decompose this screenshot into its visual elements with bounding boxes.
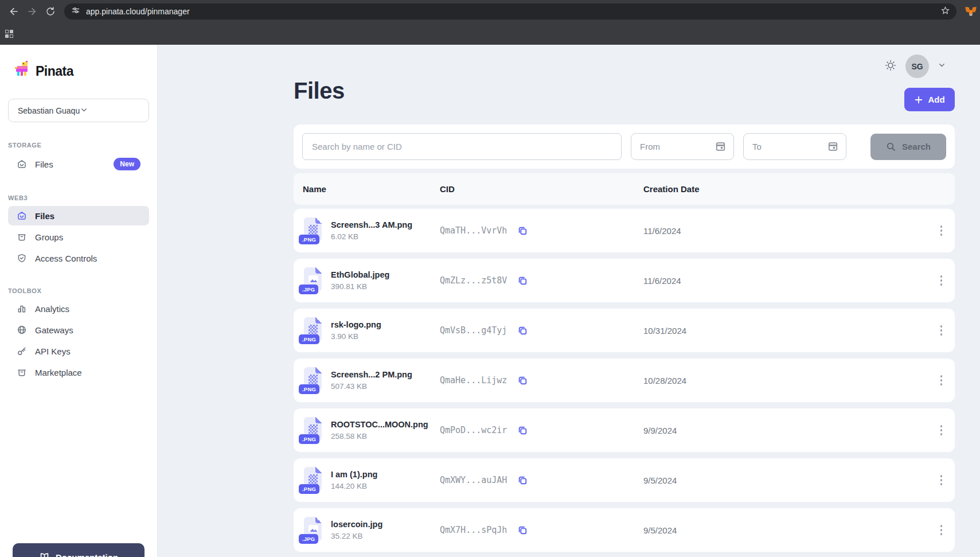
address-bar[interactable]: app.pinata.cloud/pinmanager (64, 3, 956, 20)
cid-value: QmVsB...g4Tyj (440, 325, 507, 336)
jpg-file-icon: .JPG (303, 267, 323, 294)
browser-second-strip (0, 23, 980, 45)
creation-date: 10/31/2024 (643, 326, 925, 336)
date-to-input[interactable]: To (743, 133, 846, 160)
search-input[interactable] (302, 133, 622, 160)
page-title: Files (294, 78, 345, 104)
calendar-icon (827, 141, 838, 152)
copy-cid-icon[interactable] (517, 525, 528, 536)
table-row[interactable]: .JPG losercoin.jpg 35.22 KB QmX7H...sPqJ… (294, 508, 955, 552)
jpg-file-icon: .JPG (303, 517, 323, 544)
column-header-cid: CID (440, 184, 643, 194)
png-file-icon: .PNG (303, 417, 323, 444)
site-settings-icon[interactable] (71, 6, 80, 17)
groups-icon (17, 232, 27, 242)
copy-cid-icon[interactable] (517, 425, 528, 436)
table-header: Name CID Creation Date (294, 173, 955, 205)
sidebar-item-api-keys[interactable]: API Keys (8, 341, 149, 361)
sidebar-item-gateways[interactable]: Gateways (8, 320, 149, 340)
browser-toolbar: app.pinata.cloud/pinmanager (0, 0, 980, 23)
cid-value: QmaTH...VvrVh (440, 225, 507, 236)
app-shell: Pinata Sebastian Guaqueta's Work... STOR… (0, 45, 980, 557)
sidebar-item-analytics[interactable]: Analytics (8, 299, 149, 318)
files-icon (17, 211, 27, 221)
table-row[interactable]: .PNG rsk-logo.png 3.90 KB QmVsB...g4Tyj (294, 309, 955, 352)
row-menu-kebab-icon[interactable] (937, 272, 946, 289)
sidebar-item-label: API Keys (35, 346, 71, 356)
workspace-name: Sebastian Guaqueta's Work... (18, 106, 80, 115)
row-menu-kebab-icon[interactable] (937, 422, 946, 439)
file-name: ROOTSTOC...MOON.png (331, 420, 428, 429)
sidebar-item-groups[interactable]: Groups (8, 227, 149, 247)
table-row[interactable]: .PNG Screensh...3 AM.png 6.02 KB QmaTH..… (294, 209, 955, 252)
main-area: SG Files Add From (158, 45, 980, 557)
plus-icon (914, 95, 923, 104)
file-name: Screensh...2 PM.png (331, 370, 412, 379)
workspace-selector[interactable]: Sebastian Guaqueta's Work... (8, 99, 149, 122)
table-row[interactable]: .PNG ROOTSTOC...MOON.png 258.58 KB QmPoD… (294, 408, 955, 452)
brand-name: Pinata (36, 64, 73, 79)
metamask-extension-icon[interactable] (965, 6, 977, 18)
png-file-icon: .PNG (303, 367, 323, 394)
search-button[interactable]: Search (870, 134, 946, 160)
section-label-storage: STORAGE (8, 142, 149, 149)
copy-cid-icon[interactable] (517, 475, 528, 486)
row-menu-kebab-icon[interactable] (937, 322, 946, 339)
cid-value: QmXWY...auJAH (440, 475, 507, 485)
bar-chart-icon (17, 303, 27, 314)
row-menu-kebab-icon[interactable] (937, 521, 946, 539)
section-label-web3: WEB3 (8, 194, 149, 201)
sidebar-item-label: Marketplace (35, 368, 82, 377)
copy-cid-icon[interactable] (517, 275, 528, 286)
forward-icon[interactable] (23, 2, 41, 21)
sidebar-item-access-controls[interactable]: Access Controls (8, 248, 149, 268)
calendar-icon (715, 141, 726, 152)
file-name: I am (1).png (331, 470, 377, 479)
creation-date: 11/6/2024 (643, 226, 925, 236)
sidebar-item-label: Access Controls (35, 254, 97, 263)
row-menu-kebab-icon[interactable] (937, 472, 946, 489)
file-name: losercoin.jpg (331, 520, 382, 529)
marketplace-icon (17, 367, 27, 377)
avatar[interactable]: SG (905, 54, 929, 78)
creation-date: 10/28/2024 (643, 376, 925, 385)
bookmark-star-icon[interactable] (940, 5, 951, 18)
search-icon (886, 142, 896, 152)
column-header-name: Name (303, 184, 440, 194)
png-file-icon: .PNG (303, 467, 323, 494)
row-menu-kebab-icon[interactable] (937, 372, 946, 389)
shield-check-icon (17, 253, 27, 263)
date-from-input[interactable]: From (631, 133, 734, 160)
documentation-button[interactable]: Documentation (13, 543, 145, 557)
url-text[interactable]: app.pinata.cloud/pinmanager (86, 7, 934, 16)
file-name: EthGlobal.jpeg (331, 270, 389, 279)
account-chevron-down-icon[interactable] (938, 61, 946, 72)
theme-toggle-sun-icon[interactable] (884, 59, 897, 74)
pinata-logo[interactable]: Pinata (0, 61, 157, 81)
sidebar-item-label: Files (35, 159, 53, 169)
copy-cid-icon[interactable] (517, 225, 528, 236)
copy-cid-icon[interactable] (517, 325, 528, 336)
table-row[interactable]: .PNG I am (1).png 144.20 KB QmXWY...auJA… (294, 458, 955, 502)
sidebar-item-storage-files[interactable]: Files New (8, 153, 149, 175)
add-button[interactable]: Add (904, 88, 955, 111)
globe-icon (17, 325, 27, 335)
file-size: 507.43 KB (331, 382, 412, 391)
copy-cid-icon[interactable] (517, 375, 528, 386)
column-header-date: Creation Date (643, 184, 925, 194)
creation-date: 9/5/2024 (643, 525, 925, 535)
tab-groups-icon[interactable] (5, 30, 13, 38)
creation-date: 11/6/2024 (643, 276, 925, 286)
creation-date: 9/9/2024 (643, 426, 925, 435)
sidebar-item-files[interactable]: Files (8, 206, 149, 225)
back-icon[interactable] (5, 2, 23, 21)
new-badge: New (114, 158, 140, 170)
table-row[interactable]: .PNG Screensh...2 PM.png 507.43 KB QmaHe… (294, 359, 955, 402)
table-row[interactable]: .JPG EthGlobal.jpeg 390.81 KB QmZLz...z5… (294, 259, 955, 302)
file-list: .PNG Screensh...3 AM.png 6.02 KB QmaTH..… (294, 209, 955, 552)
sidebar-item-marketplace[interactable]: Marketplace (8, 363, 149, 382)
refresh-icon[interactable] (41, 2, 60, 21)
sidebar-item-label: Gateways (35, 325, 73, 335)
row-menu-kebab-icon[interactable] (937, 222, 946, 239)
file-size: 258.58 KB (331, 432, 428, 441)
